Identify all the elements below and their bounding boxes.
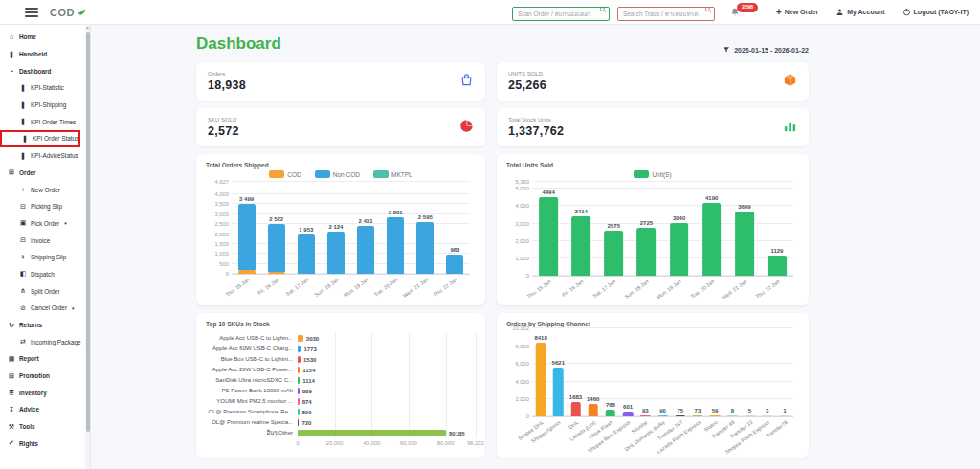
sidebar-item-inventory[interactable]: ≣Inventory bbox=[0, 384, 90, 401]
bookmark-icon: ❚ bbox=[21, 135, 29, 143]
hbar-value-label: 1154 bbox=[302, 368, 315, 373]
y-axis-tick-label: 500 bbox=[206, 261, 229, 267]
my-account-button[interactable]: My Account bbox=[835, 8, 884, 16]
bar-segment-orders bbox=[780, 415, 791, 416]
hbar-row-apple-acc-usb-c-to-lightn: 3030 bbox=[298, 333, 476, 344]
bar-tue-20-jan bbox=[702, 203, 722, 276]
sidebar-item-order[interactable]: ⊞Order bbox=[0, 165, 90, 182]
kpi-text: SKU SOLD2,572 bbox=[208, 117, 239, 138]
sidebar-item-dispatch[interactable]: ◧Dispatch bbox=[0, 266, 90, 283]
hbar-value-label: 1114 bbox=[302, 378, 315, 384]
bar-value-label: 1683 bbox=[569, 394, 582, 400]
hbar-row-apple-acc-60w-usb-c-charg: 1773 bbox=[298, 344, 476, 354]
hbar-row-apple-acc-20w-usb-c-power: 1154 bbox=[298, 365, 476, 375]
bar-segment-non-cod bbox=[238, 204, 256, 270]
bar-slot-tiktok-flash: 768 bbox=[602, 329, 619, 416]
sidebar-scrollbar[interactable]: ▲ bbox=[85, 25, 90, 469]
hbar-row-blue-box-usb-c-to-lightni: 1530 bbox=[298, 354, 476, 365]
gridline bbox=[532, 327, 793, 328]
sidebar-item-kpi-order-times[interactable]: ❚KPI Order Times bbox=[0, 113, 90, 130]
sidebar-item-promotion[interactable]: ⊞Promotion bbox=[0, 368, 90, 385]
legend-item-unit-s[interactable]: Unit(S) bbox=[634, 170, 671, 178]
sidebar-item-tools[interactable]: ⚒Tools bbox=[0, 418, 90, 436]
sidebar-item-handheld[interactable]: ❚Handheld bbox=[0, 46, 90, 63]
x-axis-tick-label: Thu. 15 Jan bbox=[526, 279, 552, 300]
sidebar-item-home[interactable]: ⌂Home bbox=[0, 29, 90, 46]
bar-thu-15-jan bbox=[539, 197, 558, 276]
top-header: COD 2298 + New Order My Account Logout (… bbox=[0, 0, 980, 25]
logout-button[interactable]: Logout (TAOY-IT) bbox=[902, 8, 969, 16]
sidebar-item-pick-order[interactable]: ▣Pick Order▾ bbox=[0, 215, 90, 233]
hamburger-menu-icon[interactable] bbox=[25, 8, 38, 17]
bar-slot-sat-17-jan: 2575 bbox=[597, 183, 630, 276]
legend-item-non-cod[interactable]: Non COD bbox=[315, 170, 360, 178]
bar-slot-dhl: 1683 bbox=[567, 329, 584, 416]
date-range-filter[interactable]: 2026-01-15 - 2026-01-22 bbox=[723, 46, 809, 54]
search-track-input[interactable] bbox=[617, 7, 715, 21]
legend-swatch bbox=[634, 170, 649, 178]
chart-plot-area: 4,6274,0003,5003,0002,5002,0001,5001,000… bbox=[232, 183, 470, 275]
hbar-value-label: 800 bbox=[302, 410, 312, 415]
sidebar-item-new-order[interactable]: +New Order bbox=[0, 181, 90, 198]
report-icon: ▦ bbox=[8, 355, 15, 363]
bar-transfer-787 bbox=[675, 415, 685, 416]
bar-wed-21-jan bbox=[416, 222, 434, 274]
sidebar-item-rights[interactable]: ✔Rights bbox=[0, 436, 90, 453]
bar-slot-transfer-787: 75 bbox=[672, 329, 689, 416]
main-content: Dashboard 2026-01-15 - 2026-01-22 Orders… bbox=[91, 25, 980, 469]
hbar bbox=[298, 377, 300, 384]
sidebar-item-dashboard[interactable]: ◔Dashboard bbox=[0, 62, 90, 79]
bar-segment-non-cod bbox=[416, 222, 434, 274]
sidebar-item-split-order[interactable]: ⋔Split Order bbox=[0, 282, 90, 300]
sidebar-item-advice[interactable]: ↧Advice bbox=[0, 401, 90, 418]
y-axis-tick-label: 5,393 bbox=[506, 179, 529, 185]
notifications-button[interactable]: 2298 bbox=[730, 7, 740, 17]
bar-value-label: 1 953 bbox=[299, 227, 313, 233]
bar-skootar bbox=[640, 415, 651, 416]
bookmark-icon: ❚ bbox=[19, 84, 27, 92]
sidebar-item-kpi-statistic[interactable]: ❚KPI-Statistic bbox=[0, 79, 90, 97]
bar-wed-21-jan bbox=[735, 212, 754, 276]
bar-slot-tue-20-jan: 2 861 bbox=[381, 183, 411, 274]
scan-order-input[interactable] bbox=[512, 7, 610, 21]
sidebar-item-kpi-shipping[interactable]: ❚KPI-Shipping bbox=[0, 97, 90, 114]
sidebar-item-returns[interactable]: ↻Returns bbox=[0, 317, 90, 334]
sidebar-item-picking-slip[interactable]: ⊟Picking Slip bbox=[0, 198, 90, 215]
bar-value-label: 1460 bbox=[587, 396, 599, 402]
sidebar-item-kpi-advicestatus[interactable]: ❚KPI-AdviceStatus bbox=[0, 147, 90, 165]
bar-value-label: 8418 bbox=[534, 335, 546, 341]
bar-segment-orders bbox=[553, 368, 564, 416]
hbar-value-label: 80185 bbox=[449, 431, 465, 436]
bar-value-label: 5621 bbox=[552, 360, 565, 366]
split-icon: ⋔ bbox=[19, 287, 27, 295]
bar-fri-16-jan bbox=[268, 224, 285, 274]
bookmark-icon: ❚ bbox=[19, 152, 27, 160]
legend-item-mktpl[interactable]: MKTPL bbox=[373, 170, 412, 178]
y-axis-tick-label: 1,000 bbox=[506, 256, 529, 261]
bar-thu-22-jan bbox=[446, 255, 463, 274]
sidebar-item-shipping-slip[interactable]: ✈Shipping Slip bbox=[0, 249, 90, 266]
legend-item-cod[interactable]: COD bbox=[269, 170, 301, 178]
bar-makro bbox=[710, 415, 721, 416]
bar-segment-non-cod bbox=[446, 255, 463, 274]
new-order-button[interactable]: + New Order bbox=[776, 8, 818, 17]
hbar-row-other: 80185 bbox=[298, 428, 476, 438]
send-icon: ✈ bbox=[19, 254, 27, 261]
bar-value-label: 4190 bbox=[705, 195, 718, 201]
bar-segment-orders bbox=[745, 415, 755, 416]
hbar bbox=[298, 335, 303, 342]
scrollbar-thumb[interactable] bbox=[86, 32, 90, 432]
bar-transfer-33 bbox=[745, 415, 755, 416]
scrollbar-up-arrow[interactable]: ▲ bbox=[85, 25, 90, 31]
sidebar-item-invoice[interactable]: ⊟Invoice bbox=[0, 232, 90, 249]
sidebar-item-label: Cancel Order bbox=[31, 304, 67, 311]
y-axis-tick-label: 6,000 bbox=[506, 361, 529, 367]
sidebar-item-cancel-order[interactable]: ⊘Cancel Order▾ bbox=[0, 300, 90, 317]
power-icon bbox=[902, 8, 911, 16]
sidebar-item-incoming-package[interactable]: ⇄Incoming Package bbox=[0, 333, 90, 350]
sidebar-item-kpi-order-status[interactable]: ❚KPI Order Status bbox=[0, 130, 80, 147]
kpi-label: Total Stock Units bbox=[508, 117, 564, 123]
bar-segment-orders bbox=[606, 410, 616, 416]
sidebar-item-label: Rights bbox=[19, 440, 38, 447]
sidebar-item-report[interactable]: ▦Report bbox=[0, 350, 90, 368]
